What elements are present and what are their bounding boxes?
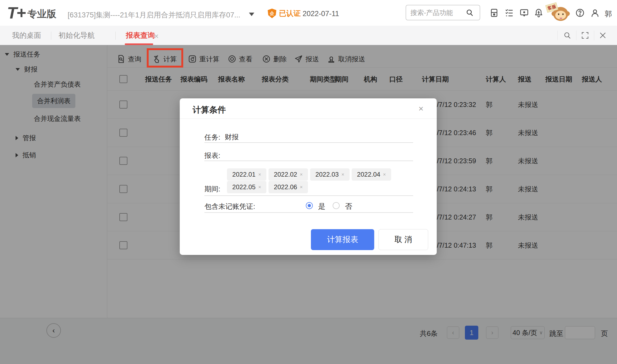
chip-remove-icon[interactable]: × bbox=[300, 172, 303, 177]
mascot-mouth bbox=[560, 17, 562, 18]
page-search-icon[interactable] bbox=[563, 31, 571, 39]
period-label: 期间: bbox=[204, 184, 220, 194]
tabbar-divider bbox=[557, 31, 558, 40]
tab-divider bbox=[51, 32, 51, 40]
cancel-button[interactable]: 取 消 bbox=[379, 229, 428, 250]
period-chip[interactable]: 2022.05× bbox=[227, 181, 266, 193]
certified-badge: 企 已认证 bbox=[268, 9, 301, 18]
chip-remove-icon[interactable]: × bbox=[383, 172, 386, 177]
dialog-header: 计算条件 × bbox=[180, 98, 437, 119]
report-label: 报表: bbox=[204, 151, 220, 160]
certified-shield-icon: 企 bbox=[268, 9, 276, 18]
account-title[interactable]: [631375]集测----21年1月启用合并抵消只启用库存07... bbox=[68, 10, 240, 20]
radio-no[interactable] bbox=[333, 202, 340, 209]
period-chip[interactable]: 2022.04× bbox=[352, 168, 391, 181]
dialog-title: 计算条件 bbox=[193, 104, 226, 116]
product-search-input[interactable] bbox=[410, 9, 464, 17]
chip-remove-icon[interactable]: × bbox=[258, 172, 261, 177]
radio-no-label[interactable]: 否 bbox=[345, 202, 352, 211]
chip-remove-icon[interactable]: × bbox=[300, 184, 303, 190]
include-unposted-label: 包含未记账凭证: bbox=[204, 202, 255, 211]
notification-bell-icon[interactable] bbox=[534, 8, 543, 18]
app-window: T+ 专业版 [631375]集测----21年1月启用合并抵消只启用库存07.… bbox=[0, 0, 617, 364]
calculate-highlight-annotation bbox=[147, 48, 183, 68]
chip-remove-icon[interactable]: × bbox=[341, 172, 344, 177]
tab-report-query[interactable]: 报表查询 bbox=[126, 26, 155, 45]
certified-label: 已认证 bbox=[279, 9, 301, 18]
fullscreen-icon[interactable] bbox=[581, 31, 589, 39]
edition-label: 专业版 bbox=[27, 8, 56, 21]
mascot-eye bbox=[558, 13, 559, 15]
user-icon[interactable] bbox=[590, 8, 600, 18]
radio-yes[interactable] bbox=[306, 202, 313, 209]
current-user-name[interactable]: 郭 bbox=[605, 9, 612, 19]
tabbar-divider bbox=[594, 31, 594, 40]
tab-divider bbox=[115, 32, 116, 40]
task-field-underline[interactable] bbox=[204, 142, 413, 143]
tab-close-icon[interactable]: × bbox=[154, 32, 159, 41]
dialog-close-icon[interactable]: × bbox=[418, 104, 424, 114]
task-label: 任务: bbox=[204, 133, 220, 142]
top-header: T+ 专业版 [631375]集测----21年1月启用合并抵消只启用库存07.… bbox=[0, 0, 617, 26]
support-mascot[interactable]: 客服 bbox=[546, 4, 572, 24]
tplus-logo: T+ bbox=[7, 3, 25, 22]
task-value: 财报 bbox=[225, 132, 239, 142]
tab-my-desktop[interactable]: 我的桌面 bbox=[12, 26, 41, 45]
task-list-icon[interactable] bbox=[504, 8, 514, 18]
mascot-eye bbox=[562, 13, 564, 15]
tabbar-divider bbox=[576, 31, 576, 40]
include-field-underline bbox=[204, 212, 413, 213]
message-icon[interactable] bbox=[519, 8, 529, 18]
period-chip[interactable]: 2022.03× bbox=[310, 168, 350, 181]
account-dropdown-caret-icon[interactable] bbox=[249, 13, 254, 16]
calculate-report-button[interactable]: 计算报表 bbox=[311, 229, 374, 250]
help-icon[interactable] bbox=[575, 8, 585, 18]
calc-condition-dialog: 计算条件 × 任务: 财报 报表: 2022.01× 2022.02× 2022… bbox=[180, 98, 437, 255]
period-chip[interactable]: 2022.02× bbox=[269, 168, 308, 181]
header-date: 2022-07-11 bbox=[303, 10, 339, 18]
search-icon[interactable] bbox=[466, 9, 474, 17]
chip-remove-icon[interactable]: × bbox=[258, 184, 261, 190]
period-field-underline[interactable] bbox=[204, 195, 413, 196]
report-field-underline[interactable] bbox=[204, 161, 413, 161]
product-search[interactable] bbox=[406, 5, 480, 20]
tab-bar: 我的桌面 初始化导航 报表查询 × bbox=[0, 26, 617, 45]
radio-yes-label[interactable]: 是 bbox=[318, 202, 325, 211]
period-chip[interactable]: 2022.06× bbox=[269, 181, 308, 193]
page-close-icon[interactable] bbox=[599, 31, 607, 39]
period-chip[interactable]: 2022.01× bbox=[227, 168, 266, 181]
widget-icon[interactable] bbox=[489, 8, 499, 18]
tab-init-nav[interactable]: 初始化导航 bbox=[58, 26, 95, 45]
